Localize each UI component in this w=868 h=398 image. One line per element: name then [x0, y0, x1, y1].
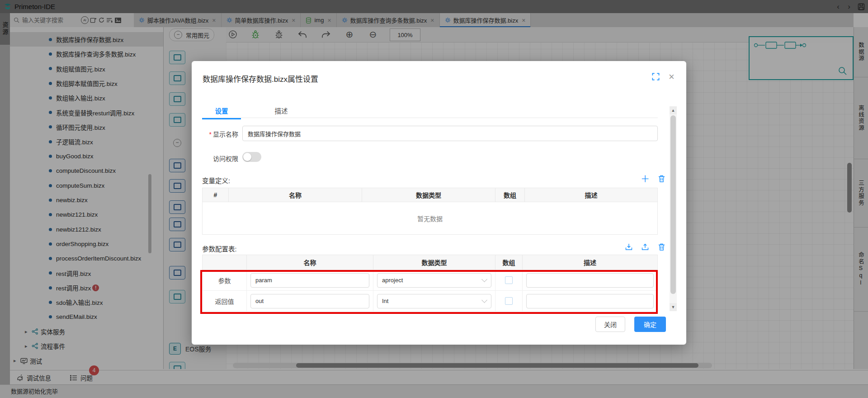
close-button[interactable]: 关闭 — [595, 317, 625, 332]
var-section-label: 变量定义: — [202, 175, 230, 185]
empty-table-text: 暂无数据 — [203, 202, 657, 234]
display-name-label: *显示名称 — [192, 129, 238, 138]
dialog-tab-settings[interactable]: 设置 — [202, 103, 241, 119]
scroll-down-icon[interactable]: ▼ — [670, 303, 677, 311]
tab-divider — [202, 118, 658, 118]
ok-button[interactable]: 确定 — [634, 317, 666, 332]
dialog-scrollbar[interactable]: ▲ ▼ — [670, 106, 677, 311]
app-window: Primeton-IDE ‹ › 资源 AI — [0, 0, 868, 398]
access-label: 访问权限 — [192, 154, 238, 163]
fullscreen-icon[interactable] — [652, 73, 660, 81]
delete-variable-icon[interactable] — [657, 175, 665, 183]
export-icon[interactable] — [641, 243, 649, 251]
access-toggle[interactable] — [242, 152, 261, 162]
close-icon[interactable]: × — [669, 71, 675, 83]
scroll-thumb[interactable] — [670, 115, 676, 294]
scroll-up-icon[interactable]: ▲ — [670, 106, 677, 114]
dialog-tab-description[interactable]: 描述 — [262, 103, 301, 118]
param-section-label: 参数配置表: — [202, 244, 237, 253]
display-name-input[interactable] — [242, 126, 658, 141]
import-icon[interactable] — [625, 243, 633, 251]
add-variable-icon[interactable]: ＋ — [641, 174, 649, 182]
delete-param-icon[interactable] — [657, 243, 665, 251]
dialog-title: 数据库操作保存数据.bizx属性设置 — [203, 73, 318, 84]
annotation-rectangle — [200, 270, 658, 314]
required-asterisk: * — [209, 131, 212, 138]
variable-table: # 名称 数据类型 数组 描述 暂无数据 — [202, 188, 658, 235]
